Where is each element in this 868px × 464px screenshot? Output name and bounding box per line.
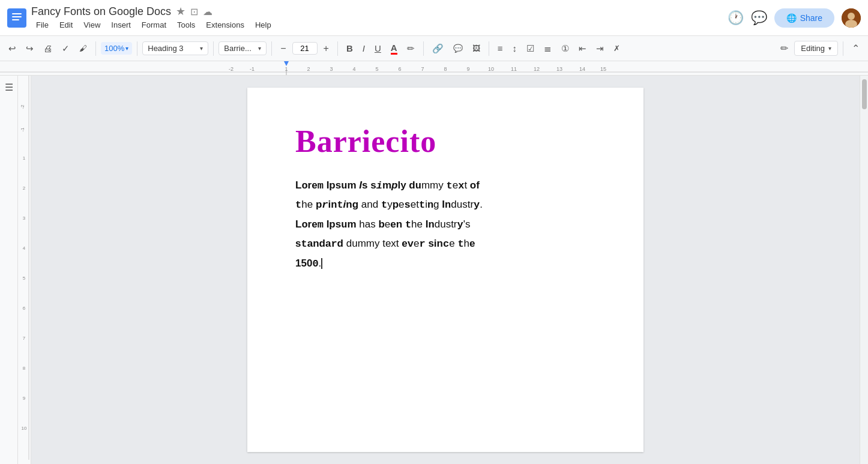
- svg-text:6: 6: [398, 66, 401, 72]
- doc-title[interactable]: Fancy Fonts on Google Docs: [31, 5, 171, 18]
- zoom-selector[interactable]: 100% ▾: [101, 42, 132, 55]
- image-button[interactable]: 🖼: [469, 41, 484, 55]
- menu-tools[interactable]: Tools: [172, 19, 200, 31]
- zoom-arrow: ▾: [125, 45, 128, 52]
- toolbar-collapse[interactable]: ⌃: [848, 40, 863, 56]
- underline-button[interactable]: U: [371, 41, 385, 56]
- svg-rect-3: [12, 19, 19, 20]
- divider-4: [271, 41, 272, 56]
- print-button[interactable]: 🖨: [40, 41, 56, 56]
- svg-text:8: 8: [23, 366, 26, 371]
- line-spacing-button[interactable]: ↕: [508, 41, 520, 56]
- font-size-increase[interactable]: +: [320, 41, 333, 56]
- style-selector[interactable]: Heading 3 ▾: [142, 41, 208, 55]
- highlight-button[interactable]: ✏: [403, 41, 418, 56]
- svg-text:3: 3: [23, 215, 26, 221]
- title-bar: Fancy Fonts on Google Docs ★ ⊡ ☁ File Ed…: [0, 0, 868, 36]
- align-button[interactable]: ≡: [494, 41, 507, 56]
- chat-icon[interactable]: 💬: [751, 10, 767, 26]
- svg-rect-28: [18, 76, 31, 460]
- divider-8: [843, 41, 843, 56]
- menu-format[interactable]: Format: [137, 19, 171, 31]
- font-arrow: ▾: [258, 45, 261, 52]
- paint-format-button[interactable]: 🖌: [76, 41, 91, 55]
- outline-icon[interactable]: ☰: [5, 82, 13, 93]
- clear-format-button[interactable]: ✗: [610, 41, 624, 55]
- menu-help[interactable]: Help: [250, 19, 276, 31]
- bold-button[interactable]: B: [343, 41, 357, 56]
- document-area[interactable]: Barriecito Lorem Ipsum Is simply: [31, 76, 860, 464]
- svg-text:-2: -2: [20, 104, 25, 109]
- divider-2: [137, 41, 137, 56]
- svg-text:13: 13: [556, 66, 562, 72]
- pencil-icon[interactable]: ✏: [777, 40, 792, 56]
- svg-text:8: 8: [444, 66, 447, 72]
- font-selector[interactable]: Barrie... ▾: [219, 41, 267, 55]
- main-area: ☰ -2 -1 1 2 3 4 5 6 7 8 9 10 Barriecito: [0, 76, 868, 464]
- divider-6: [423, 41, 424, 56]
- editing-label: Editing: [801, 44, 825, 53]
- body-text: Lorem Ipsum Is simply dummy text of: [295, 176, 595, 273]
- font-size-decrease[interactable]: −: [277, 41, 289, 56]
- menu-edit[interactable]: Edit: [55, 19, 77, 31]
- scrollbar[interactable]: [860, 76, 868, 464]
- svg-text:3: 3: [330, 66, 333, 72]
- divider-1: [95, 41, 96, 56]
- page[interactable]: Barriecito Lorem Ipsum Is simply: [247, 88, 643, 452]
- share-button[interactable]: 🌐 Share: [774, 8, 834, 28]
- style-label: Heading 3: [148, 44, 183, 53]
- doc-icon: [7, 8, 26, 28]
- checklist-button[interactable]: ☑: [523, 41, 538, 56]
- vertical-ruler-svg: -2 -1 1 2 3 4 5 6 7 8 9 10: [18, 76, 31, 460]
- svg-text:5: 5: [375, 66, 378, 72]
- ruler-svg: -2 -1 1 2 3 4 5 6 7 8 9 10 11 12 13 14 1…: [0, 61, 868, 76]
- svg-text:1: 1: [23, 155, 26, 161]
- italic-button[interactable]: I: [359, 41, 369, 56]
- numbered-list-button[interactable]: ①: [558, 41, 573, 56]
- svg-text:11: 11: [511, 66, 517, 72]
- redo-button[interactable]: ↪: [22, 41, 37, 56]
- divider-5: [337, 41, 338, 56]
- svg-text:10: 10: [488, 66, 494, 72]
- indent-decrease-button[interactable]: ⇤: [575, 41, 590, 56]
- folder-icon[interactable]: ⊡: [190, 6, 198, 17]
- heading-text: Barriecito: [295, 124, 436, 159]
- svg-text:9: 9: [23, 396, 26, 401]
- scrollbar-thumb[interactable]: [862, 79, 867, 109]
- svg-rect-7: [0, 61, 868, 76]
- font-size-input[interactable]: [292, 42, 318, 55]
- bullet-list-button[interactable]: ≣: [540, 41, 555, 56]
- svg-text:7: 7: [421, 66, 424, 72]
- history-icon[interactable]: 🕐: [728, 10, 744, 26]
- indent-increase-button[interactable]: ⇥: [592, 41, 607, 56]
- menu-file[interactable]: File: [31, 19, 53, 31]
- menu-insert[interactable]: Insert: [106, 19, 136, 31]
- svg-text:12: 12: [534, 66, 540, 72]
- vertical-ruler: -2 -1 1 2 3 4 5 6 7 8 9 10: [18, 76, 31, 464]
- svg-rect-1: [12, 13, 22, 14]
- title-area: Fancy Fonts on Google Docs ★ ⊡ ☁ File Ed…: [31, 5, 723, 31]
- svg-text:2: 2: [307, 66, 310, 72]
- editing-arrow: ▾: [828, 45, 831, 52]
- svg-rect-0: [10, 10, 23, 26]
- svg-text:15: 15: [600, 66, 606, 72]
- undo-button[interactable]: ↩: [5, 41, 20, 56]
- spellcheck-button[interactable]: ✓: [58, 41, 73, 56]
- menu-view[interactable]: View: [79, 19, 105, 31]
- comment-button[interactable]: 💬: [450, 41, 466, 55]
- zoom-label: 100%: [104, 44, 124, 53]
- font-color-button[interactable]: A: [387, 40, 401, 57]
- left-sidebar: ☰: [0, 76, 18, 464]
- title-right: 🕐 💬 🌐 Share: [728, 8, 861, 28]
- star-icon[interactable]: ★: [176, 5, 185, 18]
- svg-text:14: 14: [579, 66, 585, 72]
- svg-text:4: 4: [352, 66, 355, 72]
- menu-extensions[interactable]: Extensions: [201, 19, 249, 31]
- page-heading: Barriecito: [295, 124, 595, 159]
- cloud-icon[interactable]: ☁: [203, 6, 212, 17]
- link-button[interactable]: 🔗: [429, 41, 447, 56]
- editing-badge[interactable]: Editing ▾: [794, 41, 838, 56]
- svg-text:4: 4: [23, 246, 26, 251]
- svg-text:-2: -2: [229, 66, 234, 72]
- avatar[interactable]: [842, 8, 861, 28]
